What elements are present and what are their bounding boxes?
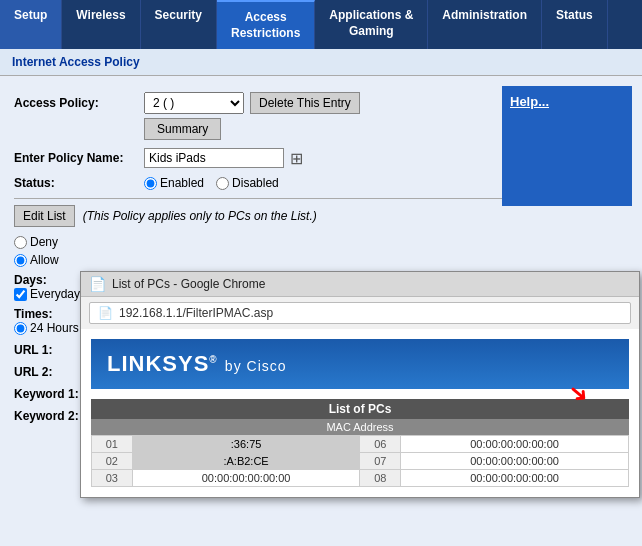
- status-enabled-label: Enabled: [160, 176, 204, 190]
- policy-name-label: Enter Policy Name:: [14, 151, 144, 165]
- status-disabled-radio[interactable]: [216, 177, 229, 190]
- linksys-header: LINKSYS® by Cisco: [91, 339, 629, 389]
- access-policy-controls: 2 ( ) Delete This Entry: [144, 92, 360, 114]
- page-icon-small: 📄: [98, 306, 113, 320]
- row3-num: 03: [92, 470, 133, 487]
- row1-num2: 06: [360, 436, 401, 453]
- help-box[interactable]: Help...: [502, 86, 632, 206]
- table-row: 03 00:00:00:00:00:00 08 00:00:00:00:00:0…: [92, 470, 629, 487]
- row2-num2: 07: [360, 453, 401, 470]
- row1-mac2: 00:00:00:00:00:00: [401, 436, 629, 453]
- help-link[interactable]: Help...: [510, 94, 549, 109]
- summary-button[interactable]: Summary: [144, 118, 221, 140]
- nav-setup[interactable]: Setup: [0, 0, 62, 49]
- 24hours-radio[interactable]: [14, 322, 27, 335]
- row3-mac2: 00:00:00:00:00:00: [401, 470, 629, 487]
- allow-label: Allow: [30, 253, 59, 267]
- nav-security[interactable]: Security: [141, 0, 217, 49]
- policy-name-input[interactable]: [144, 148, 284, 168]
- 24hours-label: 24 Hours: [30, 321, 79, 335]
- allow-option[interactable]: Allow: [14, 253, 59, 267]
- access-policy-label: Access Policy:: [14, 96, 144, 110]
- status-enabled-radio[interactable]: [144, 177, 157, 190]
- chrome-addressbar: 📄 192.168.1.1/FilterIPMAC.asp: [89, 302, 631, 324]
- status-disabled-label: Disabled: [232, 176, 279, 190]
- list-pcs-header: List of PCs: [91, 399, 629, 419]
- nav-applications-gaming[interactable]: Applications &Gaming: [315, 0, 428, 49]
- mac-address-col-label: MAC Address: [326, 421, 393, 433]
- deny-allow-radio-group: Deny Allow: [14, 235, 59, 267]
- deny-option[interactable]: Deny: [14, 235, 59, 249]
- edit-list-button[interactable]: Edit List: [14, 205, 75, 227]
- linksys-brand: LINKSYS®: [107, 351, 218, 376]
- delete-entry-button[interactable]: Delete This Entry: [250, 92, 360, 114]
- deny-radio[interactable]: [14, 236, 27, 249]
- url1-label: URL 1:: [14, 343, 84, 357]
- allow-radio[interactable]: [14, 254, 27, 267]
- breadcrumb: Internet Access Policy: [0, 49, 642, 76]
- everyday-checkbox[interactable]: [14, 288, 27, 301]
- row2-num: 02: [92, 453, 133, 470]
- status-disabled-option[interactable]: Disabled: [216, 176, 279, 190]
- keyword2-label: Keyword 2:: [14, 409, 84, 423]
- everyday-label: Everyday: [30, 287, 80, 301]
- nav-administration[interactable]: Administration: [428, 0, 542, 49]
- nav-wireless[interactable]: Wireless: [62, 0, 140, 49]
- nav-access-restrictions[interactable]: AccessRestrictions: [217, 0, 315, 49]
- chrome-title: List of PCs - Google Chrome: [112, 277, 265, 291]
- row3-num2: 08: [360, 470, 401, 487]
- pcs-table: 01 :36:75 06 00:00:00:00:00:00 02 :A:B2:…: [91, 435, 629, 487]
- status-radio-group: Enabled Disabled: [144, 176, 279, 190]
- row2-mac1: :A:B2:CE: [132, 453, 360, 470]
- main-content: Access Policy: 2 ( ) Delete This Entry S…: [0, 76, 642, 546]
- row2-mac2: 00:00:00:00:00:00: [401, 453, 629, 470]
- url2-label: URL 2:: [14, 365, 84, 379]
- deny-allow-area: Deny Allow: [14, 235, 628, 267]
- policy-note: (This Policy applies only to PCs on the …: [83, 209, 317, 223]
- keyword1-label: Keyword 1:: [14, 387, 84, 401]
- list-pcs-container: List of PCs MAC Address 01 :36:75 06 00:…: [91, 399, 629, 487]
- chrome-page-icon: 📄: [89, 276, 106, 292]
- chrome-popup: 📄 List of PCs - Google Chrome 📄 192.168.…: [80, 271, 640, 498]
- chrome-titlebar: 📄 List of PCs - Google Chrome: [81, 272, 639, 297]
- edit-list-row: Edit List (This Policy applies only to P…: [14, 205, 628, 227]
- policy-name-icon[interactable]: ⊞: [290, 149, 303, 168]
- table-row: 02 :A:B2:CE 07 00:00:00:00:00:00: [92, 453, 629, 470]
- status-enabled-option[interactable]: Enabled: [144, 176, 204, 190]
- row1-num: 01: [92, 436, 133, 453]
- url-display: 192.168.1.1/FilterIPMAC.asp: [119, 306, 273, 320]
- popup-content-area: ➜ List of PCs MAC Address 01 :36:75 06 0…: [91, 399, 629, 487]
- status-label: Status:: [14, 176, 144, 190]
- policy-select[interactable]: 2 ( ): [144, 92, 244, 114]
- linksys-by-cisco: by Cisco: [225, 358, 287, 374]
- nav-status[interactable]: Status: [542, 0, 608, 49]
- chrome-content: LINKSYS® by Cisco ➜ List of PCs MAC Addr…: [81, 329, 639, 497]
- top-navigation: Setup Wireless Security AccessRestrictio…: [0, 0, 642, 49]
- policy-name-controls: ⊞: [144, 148, 303, 168]
- row3-mac1: 00:00:00:00:00:00: [132, 470, 360, 487]
- table-row: 01 :36:75 06 00:00:00:00:00:00: [92, 436, 629, 453]
- list-pcs-subheader: MAC Address: [91, 419, 629, 435]
- deny-label: Deny: [30, 235, 58, 249]
- row1-mac1: :36:75: [132, 436, 360, 453]
